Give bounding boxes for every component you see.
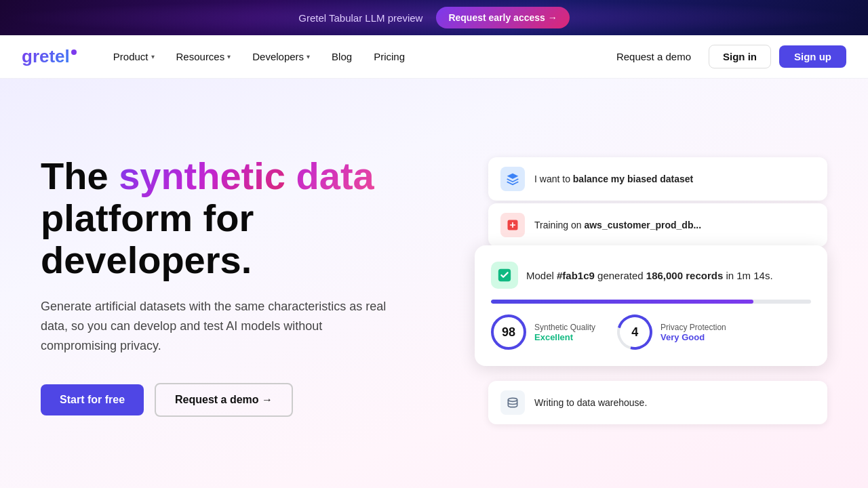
- nav-label-product: Product: [113, 51, 149, 62]
- nav-item-blog[interactable]: Blog: [322, 45, 361, 68]
- model-id: #fab1c9: [557, 270, 595, 281]
- start-free-button[interactable]: Start for free: [41, 384, 144, 415]
- navbar: gretel Product ▾ Resources ▾ Developers …: [0, 35, 868, 79]
- logo-text: gretel: [22, 46, 70, 67]
- model-icon: [491, 262, 518, 289]
- privacy-rating: Very Good: [660, 332, 726, 342]
- banner-text: Gretel Tabular LLM preview: [298, 12, 422, 24]
- nav-item-developers[interactable]: Developers ▾: [243, 45, 319, 68]
- training-icon: [500, 213, 525, 237]
- nav-label-developers: Developers: [252, 51, 304, 62]
- quality-circle: 98: [491, 314, 526, 350]
- hero-left: The synthetic data platform for develope…: [41, 155, 434, 416]
- svg-point-2: [508, 398, 517, 401]
- hero-section: The synthetic data platform for develope…: [0, 79, 868, 488]
- nav-item-pricing[interactable]: Pricing: [364, 45, 414, 68]
- nav-item-resources[interactable]: Resources ▾: [167, 45, 241, 68]
- hero-title-data: data: [296, 155, 374, 197]
- model-card: Model #fab1c9 generated 186,000 records …: [475, 245, 827, 366]
- step-card-4: Writing to data warehouse.: [488, 381, 827, 424]
- quality-info: Synthetic Quality Excellent: [534, 323, 595, 342]
- hero-title-synthetic: synthetic: [119, 155, 285, 197]
- privacy-info: Privacy Protection Very Good: [660, 323, 726, 342]
- top-banner: Gretel Tabular LLM preview Request early…: [0, 0, 868, 35]
- quality-score: 98: [502, 325, 515, 340]
- step1-text: I want to balance my biased dataset: [534, 174, 693, 184]
- ui-demo-cards: I want to balance my biased dataset Trai…: [475, 157, 827, 415]
- chevron-down-icon: ▾: [307, 53, 310, 60]
- hero-title: The synthetic data platform for develope…: [41, 155, 434, 281]
- nav-label-blog: Blog: [332, 51, 352, 62]
- model-card-header: Model #fab1c9 generated 186,000 records …: [491, 262, 811, 289]
- nav-item-product[interactable]: Product ▾: [104, 45, 164, 68]
- hero-buttons: Start for free Request a demo →: [41, 383, 434, 417]
- privacy-circle: 4: [611, 308, 659, 356]
- hero-title-prefix: The: [41, 155, 108, 197]
- hero-subtitle: Generate artificial datasets with the sa…: [41, 297, 393, 355]
- nav-request-demo[interactable]: Request a demo: [607, 45, 701, 68]
- warehouse-icon: [500, 390, 525, 415]
- sign-in-button[interactable]: Sign in: [709, 45, 771, 68]
- hero-right: I want to balance my biased dataset Trai…: [434, 157, 827, 415]
- logo[interactable]: gretel: [22, 46, 77, 67]
- logo-dot: [71, 49, 77, 55]
- chevron-down-icon: ▾: [151, 53, 155, 60]
- model-text: Model #fab1c9 generated 186,000 records …: [526, 270, 773, 281]
- banner-cta-button[interactable]: Request early access →: [436, 7, 569, 28]
- nav-right: Request a demo Sign in Sign up: [607, 45, 846, 68]
- nav-label-pricing: Pricing: [374, 51, 405, 62]
- metric-privacy: 4 Privacy Protection Very Good: [617, 314, 726, 350]
- model-time: in 1m 14s.: [726, 270, 772, 281]
- progress-bar: [491, 300, 811, 304]
- balance-icon: [500, 167, 525, 191]
- step4-text: Writing to data warehouse.: [534, 397, 647, 408]
- metric-quality: 98 Synthetic Quality Excellent: [491, 314, 595, 350]
- sign-up-button[interactable]: Sign up: [779, 45, 846, 68]
- nav-links: Product ▾ Resources ▾ Developers ▾ Blog …: [104, 45, 607, 68]
- step-card-1: I want to balance my biased dataset: [488, 157, 827, 201]
- quality-rating: Excellent: [534, 332, 595, 342]
- privacy-label: Privacy Protection: [660, 323, 726, 332]
- privacy-score: 4: [631, 325, 638, 340]
- step-card-2: Training on aws_customer_prod_db...: [488, 203, 827, 247]
- model-records: 186,000 records: [646, 270, 723, 281]
- step2-text: Training on aws_customer_prod_db...: [534, 220, 701, 230]
- progress-fill: [491, 300, 753, 304]
- metrics-row: 98 Synthetic Quality Excellent 4 Privacy…: [491, 314, 811, 350]
- request-demo-button[interactable]: Request a demo →: [155, 383, 293, 417]
- chevron-down-icon: ▾: [227, 53, 231, 60]
- banner-preview-text: Gretel Tabular LLM preview: [298, 12, 422, 24]
- quality-label: Synthetic Quality: [534, 323, 595, 332]
- step1-prefix: I want to: [534, 174, 570, 184]
- hero-title-suffix: platform for developers.: [41, 197, 254, 281]
- step1-bold: balance my biased dataset: [573, 174, 693, 184]
- step2-bold: aws_customer_prod_db...: [584, 220, 701, 230]
- nav-label-resources: Resources: [176, 51, 225, 62]
- step2-prefix: Training on: [534, 220, 582, 230]
